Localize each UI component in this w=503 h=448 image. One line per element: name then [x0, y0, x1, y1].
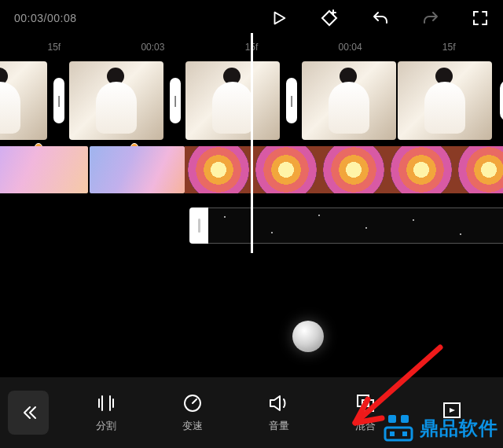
timeline[interactable]: | | | +: [0, 58, 503, 325]
tool-split[interactable]: 分割: [63, 393, 149, 433]
video-clip[interactable]: [398, 61, 492, 140]
tool-label: 变速: [182, 419, 203, 433]
play-icon[interactable]: [270, 9, 288, 27]
back-button[interactable]: [8, 391, 49, 435]
watermark-logo-icon: [384, 413, 413, 443]
svg-rect-8: [402, 431, 407, 436]
preview-sphere: [292, 321, 324, 352]
tool-label: 音量: [269, 419, 289, 433]
clip-handle-left[interactable]: [189, 207, 208, 244]
tool-volume[interactable]: 音量: [236, 393, 322, 433]
tool-speed[interactable]: 变速: [149, 393, 236, 433]
effect-clip[interactable]: [0, 146, 88, 193]
keyframe-add-icon[interactable]: [319, 8, 340, 28]
top-actions: [270, 8, 489, 28]
video-clip[interactable]: [185, 61, 280, 140]
tool-label: 分割: [96, 419, 116, 433]
svg-rect-4: [388, 415, 396, 423]
playhead[interactable]: [251, 33, 253, 253]
redo-icon: [421, 9, 440, 27]
transition-button[interactable]: |: [53, 78, 64, 123]
svg-rect-6: [385, 428, 412, 440]
ruler-label: 15f: [5, 42, 104, 53]
ruler-label: 00:03: [104, 42, 203, 53]
timecode-label: 00:03/00:08: [14, 12, 76, 24]
ruler-label: 15f: [399, 42, 498, 53]
watermark-text: 鼎品软件: [420, 416, 498, 441]
video-clip[interactable]: [302, 61, 396, 140]
transition-button[interactable]: |: [286, 78, 297, 123]
effect-clip[interactable]: [185, 146, 503, 193]
transition-button[interactable]: |: [170, 78, 181, 123]
undo-icon[interactable]: [371, 9, 390, 27]
fullscreen-icon[interactable]: [472, 9, 489, 27]
add-clip-button[interactable]: +: [500, 80, 503, 121]
overlay-track[interactable]: [189, 207, 503, 244]
effect-clip[interactable]: [90, 146, 185, 193]
top-bar: 00:03/00:08: [0, 0, 503, 36]
watermark: 鼎品软件: [384, 413, 498, 443]
video-clip[interactable]: [69, 61, 163, 140]
svg-rect-7: [390, 431, 395, 436]
ruler-label: 00:04: [301, 42, 400, 53]
svg-rect-5: [401, 415, 409, 423]
video-clip[interactable]: [0, 61, 47, 140]
